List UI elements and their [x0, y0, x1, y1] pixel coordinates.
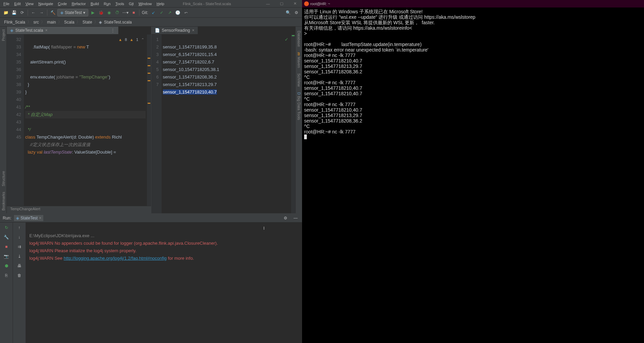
data-line: sensor_1,1547718199,35.8 — [163, 44, 217, 49]
bigdata-tool[interactable]: D Big Data Tools — [297, 92, 301, 120]
dump-icon[interactable]: ⬢ — [3, 262, 10, 270]
git-update-icon[interactable]: ↙ — [150, 9, 157, 16]
rerun-icon[interactable]: ↻ — [3, 224, 10, 231]
project-tool[interactable]: Project — [1, 29, 5, 41]
debug-icon[interactable]: 🐞 — [97, 9, 105, 16]
menu-navigate[interactable]: Navigate — [36, 1, 55, 6]
editor-sensor[interactable]: 📄 SensorReading × 1234567 ✓sensor_1,1547… — [151, 27, 296, 213]
right-tool-strip: Database m Maven SciView D Big Data Tool… — [295, 27, 302, 213]
scroll-end-icon[interactable]: ⤓ — [16, 253, 23, 260]
editor-main[interactable]: ◈ StateTest.scala × ⋮ 323334353637383940… — [7, 27, 151, 213]
inspection-badge[interactable]: ▲8 ▲1 ⌃ — [118, 36, 144, 43]
menu-edit[interactable]: Edit — [12, 1, 23, 6]
tab-menu-icon[interactable]: ⋮ — [49, 28, 115, 33]
tools-icon[interactable]: 🔧 — [3, 233, 10, 241]
maven-tool[interactable]: m Maven — [297, 52, 301, 68]
git-history-icon[interactable]: 🕓 — [174, 9, 182, 16]
maximize-button[interactable]: ▢ — [275, 0, 288, 8]
structure-tool[interactable]: Structure — [1, 171, 5, 186]
menu-help[interactable]: Help — [154, 1, 166, 6]
build-icon[interactable]: 🔨 — [49, 9, 57, 16]
marker-strip[interactable] — [147, 34, 151, 206]
bookmarks-tool[interactable]: Bookmarks — [1, 192, 5, 211]
bc-project[interactable]: Flink_Scala — [3, 19, 27, 25]
forward-icon[interactable]: → — [38, 9, 45, 16]
print-icon[interactable]: 🖶 — [16, 262, 23, 270]
open-icon[interactable]: 📁 — [2, 9, 10, 16]
close-button[interactable]: ✕ — [288, 0, 302, 8]
log-link[interactable]: http://logging.apache.org/log4j/1.2/faq.… — [64, 256, 167, 261]
database-tool[interactable]: Database — [297, 31, 301, 47]
bc-scala[interactable]: Scala — [63, 19, 76, 25]
soft-wrap-icon[interactable]: ⇉ — [16, 243, 23, 251]
back-icon[interactable]: ← — [30, 9, 37, 16]
git-push-icon[interactable]: ↗ — [166, 9, 174, 16]
marker-strip[interactable] — [291, 34, 295, 213]
inspection-ok-icon: ✓ — [285, 36, 288, 43]
menu-file[interactable]: File — [1, 1, 12, 6]
menu-refactor[interactable]: Refactor — [70, 1, 88, 6]
run-tab[interactable]: ◈ StateTest × — [14, 215, 43, 221]
tab-label: StateTest.scala — [15, 28, 43, 33]
data-line: sensor_7,1547718202,6.7 — [163, 59, 214, 65]
bc-src[interactable]: src — [32, 19, 40, 25]
term-line: 你可以通过运行 "wsl.exe --update" 进行升级 或通过访问 ht… — [304, 14, 475, 20]
line-gutter: 3233343536373839404142434445 — [7, 34, 24, 206]
menu-view[interactable]: View — [24, 1, 36, 6]
term-line: root@HR:~# lastTempState.update(in.tempe… — [304, 42, 422, 47]
exit-icon[interactable]: ⎘ — [3, 272, 10, 279]
text-cursor: I — [263, 225, 265, 232]
toolbar-separator — [47, 10, 47, 16]
reload-icon[interactable]: ⟳ — [18, 9, 26, 16]
run-output[interactable]: E:\MyEclipse\JDK\bin\java.exe ... log4j:… — [26, 223, 302, 343]
term-line: sensor_1,1547718210,40.7 — [304, 58, 362, 63]
stop-icon[interactable]: ■ — [130, 9, 137, 16]
tab-close-icon[interactable]: × — [192, 28, 194, 33]
up-icon[interactable]: ↑ — [16, 224, 23, 231]
tab-statetest[interactable]: ◈ StateTest.scala × ⋮ — [7, 27, 119, 34]
profile-icon[interactable]: ⏱ — [114, 9, 121, 16]
terminal-body[interactable]: 适用于 Linux 的 Windows 子系统现已在 Microsoft Sto… — [302, 8, 644, 343]
scala-file-icon: ◈ — [10, 28, 13, 33]
minimize-button[interactable]: — — [261, 0, 275, 8]
tab-close-icon[interactable]: × — [45, 28, 47, 33]
text-file-icon: 📄 — [155, 28, 160, 33]
menu-window[interactable]: Window — [136, 1, 154, 6]
save-icon[interactable]: 💾 — [10, 9, 18, 16]
stop-run-icon[interactable]: ■ — [3, 243, 10, 251]
git-rollback-icon[interactable]: ⤺ — [182, 9, 190, 16]
terminal-title: root@HR: ~ — [310, 2, 330, 6]
editor-breadcrumb[interactable]: TempChangeAlert — [7, 206, 151, 213]
menu-tools[interactable]: Tools — [113, 1, 126, 6]
term-line: root@HR:~# nc -lk 7777 — [304, 53, 356, 58]
bc-file[interactable]: StateTest.scala — [103, 19, 133, 25]
tab-sensorreading[interactable]: 📄 SensorReading × — [151, 27, 198, 34]
sciview-tool[interactable]: SciView — [297, 73, 301, 87]
terminal-window: root@HR: ~ 适用于 Linux 的 Windows 子系统现已在 Mi… — [302, 0, 644, 343]
bc-main[interactable]: main — [46, 19, 57, 25]
hide-panel-icon[interactable]: — — [292, 214, 299, 222]
log-line: log4j:WARN See — [29, 256, 64, 261]
down-icon[interactable]: ↓ — [16, 233, 23, 241]
more-run-icon[interactable]: ⋯▾ — [122, 9, 129, 16]
settings-icon[interactable]: ⚙ — [293, 9, 300, 16]
run-settings-icon[interactable]: ⚙ — [282, 214, 289, 222]
data-line: sensor_10,1547718205,38.1 — [163, 67, 220, 72]
bc-state[interactable]: State — [81, 19, 93, 25]
menu-code[interactable]: Code — [56, 1, 69, 6]
menu-run[interactable]: Run — [102, 1, 113, 6]
run-config-selector[interactable]: ◈ StateTest ▾ — [57, 9, 88, 16]
menu-build[interactable]: Build — [89, 1, 101, 6]
clear-icon[interactable]: 🗑 — [16, 272, 23, 279]
search-icon[interactable]: 🔍 — [284, 9, 292, 16]
run-tab-close-icon[interactable]: × — [39, 216, 41, 220]
file-icon: ◈ — [99, 20, 102, 25]
code-area[interactable]: ✓sensor_1,1547718199,35.8 sensor_6,15477… — [162, 34, 291, 213]
run-button-icon[interactable]: ▶ — [89, 9, 96, 16]
code-area[interactable]: ▲8 ▲1 ⌃ .flatMap( flatMapper = new T ale… — [24, 34, 147, 206]
coverage-icon[interactable]: ◉ — [105, 9, 113, 16]
menu-git[interactable]: Git — [127, 1, 136, 6]
git-commit-icon[interactable]: ✓ — [158, 9, 165, 16]
capture-icon[interactable]: 📷 — [3, 253, 10, 260]
terminal-cursor — [304, 134, 307, 139]
